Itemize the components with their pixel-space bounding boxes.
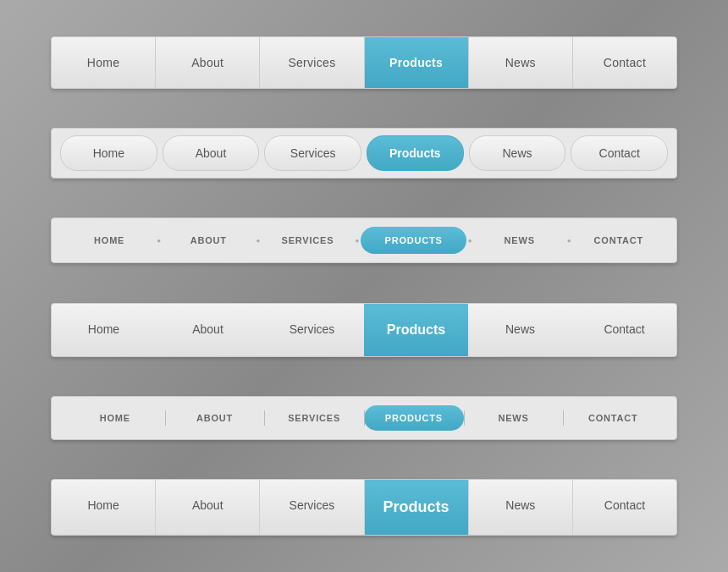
nav1-products[interactable]: Products <box>365 37 469 88</box>
navbar-3: HOME ● ABOUT ● SERVICES ● PRODUCTS ● NEW… <box>51 217 677 263</box>
nav3-about[interactable]: ABOUT <box>163 227 254 254</box>
nav4-products[interactable]: Products <box>364 304 468 356</box>
nav6-contact[interactable]: Contact <box>573 480 676 535</box>
nav2-products[interactable]: Products <box>367 135 464 171</box>
navbar-1: Home About Services Products News Contac… <box>51 36 677 89</box>
navbar-2: Home About Services Products News Contac… <box>51 128 677 179</box>
dot-1: ● <box>155 237 163 245</box>
nav6-about[interactable]: About <box>156 480 260 535</box>
nav2-about[interactable]: About <box>163 135 260 171</box>
nav1-about[interactable]: About <box>156 37 260 88</box>
nav3-contact[interactable]: CONTACT <box>573 227 665 254</box>
dot-5: ● <box>565 237 573 245</box>
nav3-products[interactable]: PRODUCTS <box>361 227 466 254</box>
dot-2: ● <box>254 237 262 245</box>
nav2-services[interactable]: Services <box>264 135 361 171</box>
navbar-6: Home About Services Products News Contac… <box>51 479 677 536</box>
nav1-services[interactable]: Services <box>260 37 364 88</box>
nav3-home[interactable]: HOME <box>63 227 155 254</box>
nav5-about[interactable]: ABOUT <box>165 405 265 431</box>
nav5-news[interactable]: NEWS <box>464 405 564 431</box>
nav5-services[interactable]: SERVICES <box>264 405 364 431</box>
nav6-home[interactable]: Home <box>52 480 156 535</box>
nav2-contact[interactable]: Contact <box>571 135 668 171</box>
nav1-home[interactable]: Home <box>52 37 156 88</box>
nav4-about[interactable]: About <box>156 304 260 356</box>
nav3-services[interactable]: SERVICES <box>262 227 353 254</box>
nav6-services[interactable]: Services <box>260 480 364 535</box>
navbar-4: Home About Services Products News Contac… <box>51 303 677 357</box>
navbar-5: HOME ABOUT SERVICES PRODUCTS NEWS CONTAC… <box>51 396 677 440</box>
nav1-contact[interactable]: Contact <box>573 37 676 88</box>
nav4-services[interactable]: Services <box>260 304 364 356</box>
dot-3: ● <box>354 237 361 245</box>
dot-4: ● <box>466 237 474 245</box>
nav5-home[interactable]: HOME <box>65 405 165 431</box>
nav1-news[interactable]: News <box>469 37 573 88</box>
nav4-news[interactable]: News <box>468 304 572 356</box>
nav5-products[interactable]: PRODUCTS <box>364 405 464 431</box>
nav6-products[interactable]: Products <box>365 480 469 535</box>
nav3-news[interactable]: NEWS <box>474 227 565 254</box>
nav2-news[interactable]: News <box>469 135 566 171</box>
nav2-home[interactable]: Home <box>60 135 157 171</box>
nav4-home[interactable]: Home <box>52 304 156 356</box>
nav4-contact[interactable]: Contact <box>572 304 676 356</box>
nav5-contact[interactable]: CONTACT <box>563 405 663 431</box>
nav6-news[interactable]: News <box>469 480 573 535</box>
